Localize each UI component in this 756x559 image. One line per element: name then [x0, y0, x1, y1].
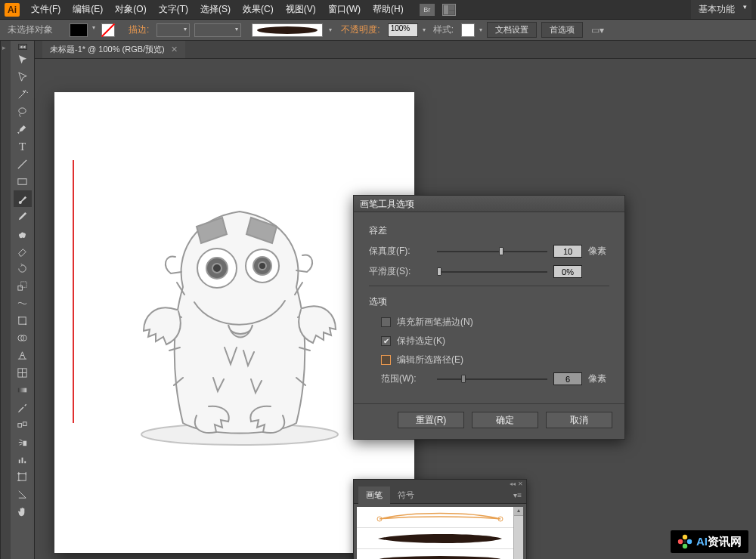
svg-rect-19 — [19, 459, 20, 463]
mesh-tool[interactable] — [14, 364, 32, 381]
svg-point-35 — [683, 535, 687, 539]
brush-preset[interactable] — [252, 23, 323, 37]
rotate-tool[interactable] — [14, 260, 32, 276]
fidelity-slider[interactable] — [437, 246, 547, 257]
menu-help[interactable]: 帮助(H) — [367, 0, 409, 19]
direct-selection-tool[interactable] — [14, 69, 32, 85]
fill-swatch[interactable] — [70, 23, 88, 37]
paintbrush-tool[interactable] — [14, 190, 32, 207]
svg-point-38 — [678, 539, 683, 544]
range-unit: 像素 — [588, 372, 609, 385]
slice-tool[interactable] — [14, 486, 32, 502]
eyedropper-tool[interactable] — [14, 399, 32, 415]
close-icon[interactable]: ✕ — [171, 45, 178, 54]
smoothness-label: 平滑度(S): — [369, 265, 431, 278]
bridge-icon[interactable]: Br — [420, 4, 435, 16]
edit-selected-paths-checkbox[interactable] — [381, 355, 391, 365]
arrange-docs-icon[interactable] — [442, 4, 456, 16]
keep-selected-checkbox[interactable] — [381, 336, 391, 346]
reset-button[interactable]: 重置(R) — [398, 412, 464, 428]
pencil-tool[interactable] — [14, 208, 32, 224]
gradient-tool[interactable] — [14, 381, 32, 398]
hand-tool[interactable] — [14, 503, 32, 520]
menu-file[interactable]: 文件(F) — [26, 0, 66, 19]
svg-point-26 — [212, 264, 222, 273]
menu-window[interactable]: 窗口(W) — [323, 0, 366, 19]
magic-wand-tool[interactable] — [14, 86, 32, 103]
graphic-style-swatch[interactable] — [461, 23, 475, 37]
fill-new-strokes-checkbox[interactable] — [381, 317, 391, 327]
panel-toggle-icon[interactable]: ▭▾ — [590, 24, 604, 36]
document-setup-button[interactable]: 文档设置 — [487, 22, 537, 38]
brush-item-calligraphic[interactable] — [357, 507, 523, 528]
svg-rect-8 — [21, 281, 27, 287]
menu-object[interactable]: 对象(O) — [110, 0, 151, 19]
menu-select[interactable]: 选择(S) — [195, 0, 236, 19]
menu-view[interactable]: 视图(V) — [280, 0, 321, 19]
brushes-tab[interactable]: 画笔 — [358, 486, 390, 504]
brush-item-oval-2[interactable] — [357, 549, 523, 559]
tool-collapse[interactable]: ◂◂ — [18, 44, 27, 50]
expand-icon[interactable]: ▸ — [2, 44, 10, 51]
options-bar: 未选择对象 描边: 不透明度: 100% ▾ 样式: ▾ 文档设置 首选项 ▭▾ — [0, 20, 756, 41]
pen-tool[interactable] — [14, 121, 32, 137]
selection-tool[interactable] — [14, 51, 32, 68]
blend-tool[interactable] — [14, 416, 32, 433]
app-root: Ai 文件(F) 编辑(E) 对象(O) 文字(T) 选择(S) 效果(C) 视… — [0, 0, 756, 559]
document-tab[interactable]: 未标题-1* @ 100% (RGB/预览) ✕ — [42, 41, 185, 58]
lasso-tool[interactable] — [14, 103, 32, 120]
workspace-switcher[interactable]: 基本功能 — [691, 0, 751, 19]
artboard-tool[interactable] — [14, 468, 32, 485]
edit-selected-paths-label: 编辑所选路径(E) — [397, 354, 463, 366]
brush-item-oval-1[interactable] — [357, 528, 523, 549]
range-label: 范围(W): — [381, 372, 431, 385]
line-tool[interactable] — [14, 156, 32, 172]
width-tool[interactable] — [14, 295, 32, 311]
svg-rect-0 — [444, 5, 448, 14]
blob-brush-tool[interactable] — [14, 225, 32, 242]
fill-new-strokes-label: 填充新画笔描边(N) — [397, 316, 473, 329]
svg-point-29 — [259, 262, 266, 270]
svg-rect-15 — [18, 388, 26, 392]
svg-rect-6 — [18, 178, 26, 184]
dialog-title[interactable]: 画笔工具选项 — [354, 196, 624, 212]
options-group-label: 选项 — [369, 295, 609, 308]
svg-point-10 — [18, 316, 20, 317]
menu-effect[interactable]: 效果(C) — [237, 0, 279, 19]
symbols-tab[interactable]: 符号 — [390, 486, 422, 504]
preferences-button[interactable]: 首选项 — [541, 22, 583, 38]
free-transform-tool[interactable] — [14, 312, 32, 329]
menu-bar: Ai 文件(F) 编辑(E) 对象(O) 文字(T) 选择(S) 效果(C) 视… — [0, 0, 756, 20]
menu-edit[interactable]: 编辑(E) — [67, 0, 108, 19]
stroke-swatch-none[interactable] — [101, 23, 115, 37]
symbol-sprayer-tool[interactable] — [14, 434, 32, 450]
pixels-unit: 像素 — [588, 245, 609, 258]
cancel-button[interactable]: 取消 — [546, 412, 612, 428]
scale-tool[interactable] — [14, 277, 32, 294]
panel-menu-icon[interactable]: ▾≡ — [513, 491, 522, 499]
fidelity-input[interactable] — [553, 245, 582, 258]
smoothness-input[interactable] — [553, 265, 582, 278]
smoothness-slider[interactable] — [437, 267, 547, 277]
eraser-tool[interactable] — [14, 242, 32, 259]
brush-scrollbar[interactable]: ▴ — [513, 507, 523, 559]
svg-line-5 — [18, 159, 26, 168]
stroke-weight[interactable] — [156, 23, 190, 37]
shape-builder-tool[interactable] — [14, 329, 32, 346]
brush-list[interactable]: ▴ — [357, 507, 523, 559]
type-tool[interactable]: T — [14, 138, 32, 155]
menu-type[interactable]: 文字(T) — [153, 0, 194, 19]
tolerance-group-label: 容差 — [369, 224, 609, 237]
perspective-grid-tool[interactable] — [14, 347, 32, 363]
document-tab-label: 未标题-1* @ 100% (RGB/预览) — [50, 44, 165, 55]
rectangle-tool[interactable] — [14, 173, 32, 190]
svg-rect-22 — [19, 473, 26, 480]
paintbrush-options-dialog: 画笔工具选项 容差 保真度(F): 像素 平滑度(S): 选项 — [353, 195, 625, 440]
opacity-input[interactable]: 100% — [388, 23, 418, 37]
svg-point-4 — [19, 107, 26, 113]
svg-rect-16 — [18, 423, 22, 427]
stroke-profile[interactable] — [194, 23, 241, 37]
main-area: ▸ ◂◂ T — [0, 41, 756, 559]
ok-button[interactable]: 确定 — [472, 412, 538, 428]
column-graph-tool[interactable] — [14, 451, 32, 468]
